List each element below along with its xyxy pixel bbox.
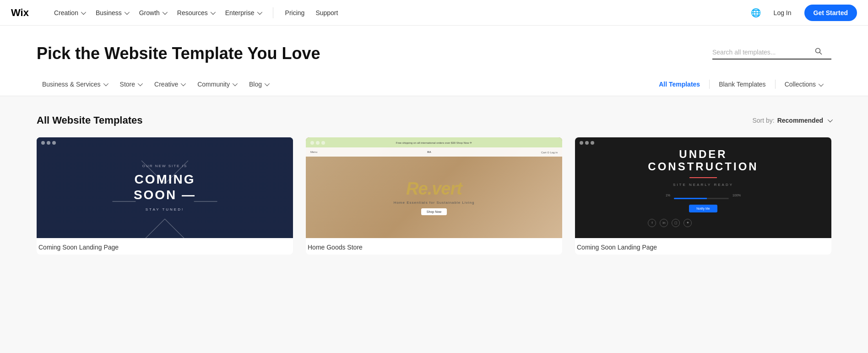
card-dots	[41, 141, 56, 145]
template-card[interactable]: UNDERCONSTRUCTION SITE NEARLY READY 1% 1…	[575, 137, 831, 255]
template-info: Coming Soon Landing Page	[575, 238, 831, 255]
template-preview: OUR NEW SITE IS COMINGSOON — STAY TUNED!	[37, 137, 293, 238]
template-card[interactable]: OUR NEW SITE IS COMINGSOON — STAY TUNED!…	[37, 137, 293, 255]
hg-subtitle: Home Essentials for Sustainable Living	[394, 201, 475, 205]
sort-by-value: Recommended	[777, 117, 823, 124]
dot-1	[580, 141, 583, 145]
business-services-chevron-icon	[103, 81, 108, 86]
nav-resources[interactable]: Resources	[173, 6, 219, 19]
nav-right: 🌐 Log In Get Started	[751, 5, 857, 21]
main-content: All Website Templates Sort by: Recommend…	[0, 96, 868, 273]
template-preview: UNDERCONSTRUCTION SITE NEARLY READY 1% 1…	[575, 137, 831, 238]
template-name: Coming Soon Landing Page	[38, 244, 291, 251]
template-info: Coming Soon Landing Page	[37, 238, 293, 255]
hg-nav: Menu RA Cart ⊙ Log in	[306, 147, 562, 157]
tab-blank-templates[interactable]: Blank Templates	[710, 78, 775, 91]
dot-2	[585, 141, 589, 145]
resources-chevron-icon	[211, 9, 216, 14]
dot-3	[591, 141, 594, 145]
uc-title: UNDERCONSTRUCTION	[648, 148, 758, 173]
dot-1	[41, 141, 45, 145]
dot-3	[321, 141, 325, 145]
cs-tagline: OUR NEW SITE IS	[134, 164, 196, 168]
page-title: Pick the Website Template You Love	[37, 44, 320, 63]
hg-topbar: Free shipping on all international order…	[306, 137, 562, 147]
nav-creation[interactable]: Creation	[49, 6, 89, 19]
twitter-icon[interactable]: ✦	[684, 219, 692, 227]
search-input[interactable]	[712, 49, 813, 56]
svg-line-2	[820, 53, 822, 54]
instagram-icon[interactable]: ◻	[672, 219, 680, 227]
nav-links: Creation Business Growth Resources Enter…	[49, 6, 751, 19]
creative-chevron-icon	[181, 81, 186, 86]
category-right-items: All Templates Blank Templates Collection…	[650, 78, 831, 91]
hg-shop-btn[interactable]: Shop Now	[421, 208, 447, 215]
uc-subtitle: SITE NEARLY READY	[648, 183, 758, 187]
tab-collections[interactable]: Collections	[776, 78, 831, 91]
nav-growth[interactable]: Growth	[135, 6, 171, 19]
uc-social-icons: f in ◻ ✦	[648, 219, 758, 227]
uc-progress-bar	[674, 198, 729, 199]
sort-by-chevron-icon	[828, 117, 833, 122]
globe-icon[interactable]: 🌐	[751, 8, 761, 18]
uc-progress-fill	[674, 198, 707, 199]
template-preview: Free shipping on all international order…	[306, 137, 562, 238]
template-name: Home Goods Store	[308, 244, 560, 251]
category-navigation: Business & Services Store Creative Commu…	[0, 72, 868, 96]
creation-chevron-icon	[81, 9, 86, 14]
nav-enterprise[interactable]: Enterprise	[221, 6, 266, 19]
cs-subline: STAY TUNED!	[134, 207, 196, 212]
nav-business[interactable]: Business	[91, 6, 133, 19]
growth-chevron-icon	[163, 9, 168, 14]
dot-3	[52, 141, 56, 145]
sort-by-label: Sort by:	[752, 117, 774, 124]
linkedin-icon[interactable]: in	[660, 219, 668, 227]
category-left-items: Business & Services Store Creative Commu…	[37, 78, 650, 91]
nav-divider	[273, 7, 273, 18]
template-name: Coming Soon Landing Page	[577, 244, 830, 251]
uc-divider	[689, 177, 717, 178]
blog-chevron-icon	[265, 81, 270, 86]
template-grid: OUR NEW SITE IS COMINGSOON — STAY TUNED!…	[37, 137, 831, 255]
dot-2	[316, 141, 320, 145]
top-navigation: Wix Creation Business Growth Resources E…	[0, 0, 868, 26]
cs-headline: COMINGSOON —	[134, 172, 196, 202]
template-search[interactable]	[712, 48, 831, 60]
dot-1	[310, 141, 314, 145]
uc-content: UNDERCONSTRUCTION SITE NEARLY READY 1% 1…	[648, 148, 758, 227]
section-title: All Website Templates	[37, 114, 142, 126]
category-community[interactable]: Community	[192, 78, 242, 91]
hero-section: Pick the Website Template You Love	[0, 26, 868, 72]
category-business-services[interactable]: Business & Services	[37, 78, 113, 91]
enterprise-chevron-icon	[257, 9, 262, 14]
coming-soon-content: OUR NEW SITE IS COMINGSOON — STAY TUNED!	[134, 164, 196, 211]
template-card[interactable]: Free shipping on all international order…	[306, 137, 562, 255]
sort-by-dropdown[interactable]: Sort by: Recommended	[752, 117, 831, 124]
get-started-button[interactable]: Get Started	[804, 5, 857, 21]
template-info: Home Goods Store	[306, 238, 562, 255]
nav-pricing[interactable]: Pricing	[281, 6, 309, 19]
uc-notify-btn[interactable]: Notify Me	[689, 205, 717, 212]
hg-brand: Re.vert	[394, 179, 475, 199]
business-chevron-icon	[124, 9, 129, 14]
wix-logo[interactable]: Wix	[11, 8, 35, 18]
hg-content: Re.vert Home Essentials for Sustainable …	[394, 161, 475, 215]
tab-all-templates[interactable]: All Templates	[650, 78, 709, 91]
community-chevron-icon	[233, 81, 238, 86]
category-store[interactable]: Store	[114, 78, 147, 91]
svg-line-5	[141, 219, 165, 238]
login-button[interactable]: Log In	[768, 6, 797, 19]
store-chevron-icon	[138, 81, 143, 86]
card-dots	[310, 141, 325, 145]
dot-2	[47, 141, 50, 145]
card-dots	[580, 141, 594, 145]
section-header: All Website Templates Sort by: Recommend…	[37, 114, 831, 126]
svg-line-6	[165, 219, 188, 238]
search-icon[interactable]	[813, 48, 824, 57]
svg-text:Wix: Wix	[11, 8, 29, 18]
collections-chevron-icon	[819, 81, 824, 86]
category-creative[interactable]: Creative	[149, 78, 190, 91]
nav-support[interactable]: Support	[311, 6, 342, 19]
category-blog[interactable]: Blog	[244, 78, 274, 91]
facebook-icon[interactable]: f	[648, 219, 656, 227]
